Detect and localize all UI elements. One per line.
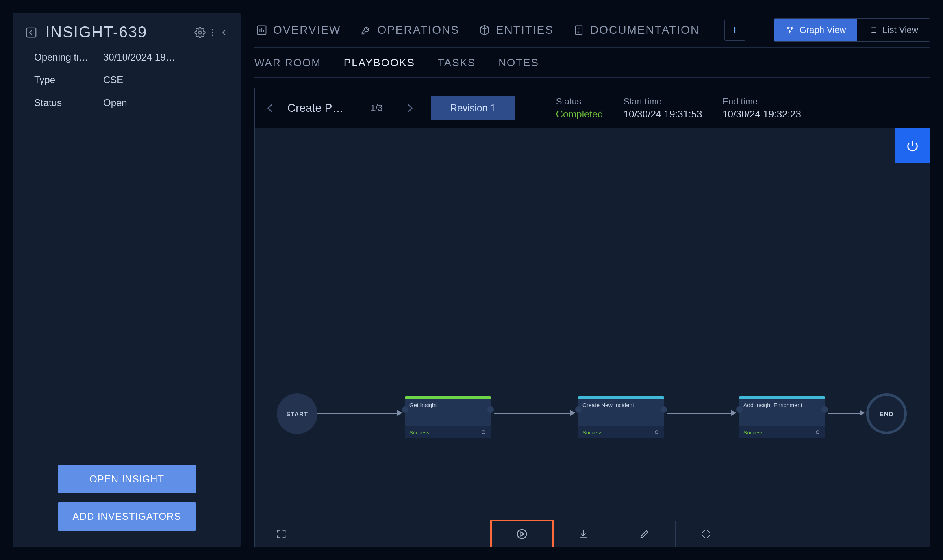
add-button[interactable] bbox=[724, 20, 745, 41]
edit-button[interactable] bbox=[614, 521, 676, 547]
tab-entities[interactable]: ENTITIES bbox=[477, 24, 555, 37]
node-title: Create New Incident bbox=[582, 402, 634, 408]
svg-point-2 bbox=[212, 29, 213, 30]
playbook-canvas-container: Create P… 1/3 Revision 1 Status Complete… bbox=[254, 88, 930, 547]
svg-point-13 bbox=[517, 530, 526, 539]
search-icon[interactable] bbox=[654, 430, 660, 435]
start-time-label: Start time bbox=[624, 96, 702, 107]
svg-point-11 bbox=[655, 431, 658, 434]
field-value: Open bbox=[103, 97, 228, 109]
svg-point-7 bbox=[787, 27, 789, 29]
graph-view-button[interactable]: Graph View bbox=[774, 19, 858, 41]
tab-label: OVERVIEW bbox=[273, 24, 341, 37]
top-nav: OVERVIEW OPERATIONS ENTITIES DOCUMENTATI… bbox=[254, 13, 930, 47]
page-title: INSIGHT-639 bbox=[46, 24, 186, 41]
graph-node[interactable]: Get Insight Success bbox=[405, 396, 491, 432]
view-toggle: Graph View List View bbox=[774, 18, 930, 42]
search-icon[interactable] bbox=[815, 430, 821, 435]
tab-label: OPERATIONS bbox=[377, 24, 459, 37]
svg-point-3 bbox=[212, 32, 213, 33]
collapse-sidebar-icon[interactable] bbox=[219, 27, 228, 38]
start-node[interactable]: START bbox=[277, 393, 317, 434]
node-title: Add Insight Enrichment bbox=[743, 402, 802, 408]
field-label: Status bbox=[34, 97, 103, 109]
subtab-war-room[interactable]: WAR ROOM bbox=[254, 56, 321, 69]
back-icon[interactable] bbox=[25, 26, 37, 39]
graph-node[interactable]: Create New Incident Success bbox=[578, 396, 664, 432]
status-label: Status bbox=[556, 96, 603, 107]
node-label: END bbox=[880, 410, 894, 417]
node-title: Get Insight bbox=[409, 402, 437, 408]
search-icon[interactable] bbox=[481, 430, 487, 435]
sub-nav: WAR ROOM PLAYBOOKS TASKS NOTES bbox=[254, 48, 930, 78]
svg-point-8 bbox=[791, 27, 793, 29]
end-time-value: 10/30/24 19:32:23 bbox=[722, 109, 801, 120]
view-label: Graph View bbox=[800, 25, 846, 35]
fullscreen-button[interactable] bbox=[265, 521, 298, 547]
prev-playbook-icon[interactable] bbox=[263, 101, 277, 115]
playbook-count: 1/3 bbox=[370, 103, 383, 113]
more-icon[interactable] bbox=[208, 27, 217, 38]
subtab-notes[interactable]: NOTES bbox=[498, 56, 539, 69]
node-label: START bbox=[286, 410, 308, 417]
tab-operations[interactable]: OPERATIONS bbox=[359, 24, 461, 37]
graph-node[interactable]: Add Insight Enrichment Success bbox=[739, 396, 825, 432]
power-button[interactable] bbox=[895, 128, 930, 163]
status-value: Completed bbox=[556, 109, 603, 120]
fit-view-button[interactable] bbox=[676, 521, 737, 547]
playbook-canvas[interactable]: START Get Insight Success bbox=[255, 128, 930, 547]
field-label: Type bbox=[34, 74, 103, 86]
gear-icon[interactable] bbox=[194, 27, 206, 38]
add-investigators-button[interactable]: ADD INVESTIGATORS bbox=[58, 502, 196, 531]
svg-point-12 bbox=[816, 431, 819, 434]
field-value: CSE bbox=[103, 74, 228, 86]
node-status: Success bbox=[409, 430, 429, 436]
subtab-tasks[interactable]: TASKS bbox=[438, 56, 476, 69]
revision-chip[interactable]: Revision 1 bbox=[431, 96, 515, 120]
svg-point-1 bbox=[199, 31, 202, 34]
field-value: 30/10/2024 19… bbox=[103, 52, 228, 63]
node-status: Success bbox=[582, 430, 602, 436]
end-time-label: End time bbox=[722, 96, 801, 107]
list-view-button[interactable]: List View bbox=[857, 19, 930, 41]
canvas-toolbar bbox=[255, 514, 930, 547]
svg-rect-0 bbox=[27, 28, 36, 37]
sidebar: INSIGHT-639 bbox=[13, 13, 241, 547]
tab-documentation[interactable]: DOCUMENTATION bbox=[571, 24, 701, 37]
node-status: Success bbox=[743, 430, 763, 436]
svg-point-4 bbox=[212, 34, 213, 36]
svg-point-10 bbox=[482, 431, 485, 434]
tab-label: ENTITIES bbox=[496, 24, 554, 37]
tab-overview[interactable]: OVERVIEW bbox=[254, 24, 342, 37]
play-button[interactable] bbox=[491, 521, 553, 547]
field-label: Opening ti… bbox=[34, 52, 103, 63]
view-label: List View bbox=[882, 25, 918, 35]
start-time-value: 10/30/24 19:31:53 bbox=[624, 109, 702, 120]
tab-label: DOCUMENTATION bbox=[590, 24, 700, 37]
open-insight-button[interactable]: OPEN INSIGHT bbox=[58, 465, 196, 493]
sidebar-fields: Opening ti… 30/10/2024 19… Type CSE Stat… bbox=[13, 48, 241, 109]
end-node[interactable]: END bbox=[866, 393, 907, 434]
playbook-name: Create P… bbox=[287, 102, 356, 115]
next-playbook-icon[interactable] bbox=[403, 101, 417, 115]
download-button[interactable] bbox=[553, 521, 614, 547]
subtab-playbooks[interactable]: PLAYBOOKS bbox=[344, 56, 415, 69]
svg-point-9 bbox=[789, 32, 791, 33]
